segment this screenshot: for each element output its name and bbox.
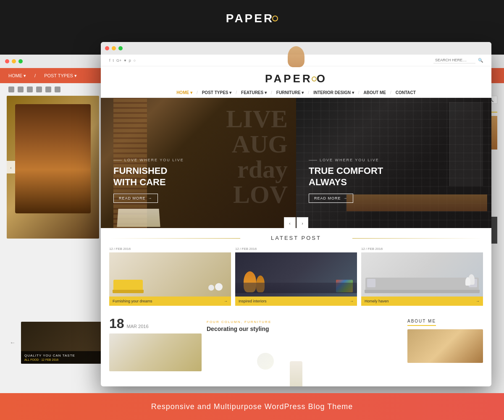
fg-post-card-3: 12 / FEB 2016 Homely haven → — [361, 247, 483, 306]
fg-slider-nav: ‹ › — [101, 217, 491, 228]
fg-nav-sep-4: / — [308, 90, 309, 95]
fg-slide-right-title: TRUE COMFORTALWAYS — [309, 165, 383, 188]
fg-post-card-3-img — [361, 252, 483, 297]
fg-post-card-3-arrow: → — [476, 299, 480, 303]
bg-minimize-dot[interactable] — [12, 59, 16, 63]
fg-post-card-2-date: 12 / FEB 2016 — [235, 247, 357, 251]
fg-slide-left-btn[interactable]: READ MORE → — [113, 194, 158, 203]
fg-post-card-3-date: 12 / FEB 2016 — [361, 247, 483, 251]
footer-tagline: Responsive and Multipurpose WordPress Bl… — [151, 402, 353, 411]
fg-nav-interior[interactable]: INTERIOR DESIGN ▾ — [312, 90, 356, 95]
logo-circle — [272, 16, 278, 21]
fg-logo-area: PAPERO — [101, 66, 491, 88]
top-brand-area: PAPER PAPERIO — [0, 12, 504, 25]
fg-search-icon[interactable]: 🔍 — [478, 58, 483, 63]
fg-post-cards: 12 / FEB 2016 Furnishing your dreams → — [109, 247, 483, 306]
fg-post-card-1-label[interactable]: Furnishing your dreams → — [109, 297, 231, 306]
fg-search-input[interactable] — [433, 57, 475, 63]
fg-article-title: Decorating our styling — [207, 326, 402, 332]
fg-slider-next[interactable]: › — [297, 217, 308, 228]
fg-nav-furniture[interactable]: FURNITURE ▾ — [275, 90, 306, 95]
fg-nav-about[interactable]: ABOUT ME — [362, 90, 388, 95]
fg-nav: HOME ▾ / POST TYPES ▾ / FEATURES ▾ / FUR… — [101, 88, 491, 98]
fg-slider: LIVEAUGrdayLOV LOVE WHERE YOU LIVE FURNI… — [101, 98, 491, 228]
fg-minimize-button[interactable] — [112, 46, 116, 50]
fg-logo: PAPERO — [265, 72, 327, 85]
fg-article-right: FOUR COLUMN, FURNITURE Decorating our st… — [207, 317, 402, 371]
fg-social-icons: f t G+ ♥ p ○ — [109, 58, 136, 63]
fg-post-card-1-img — [109, 252, 231, 297]
bg-social-f[interactable] — [8, 87, 14, 92]
bg-nav-post-types[interactable]: POST TYPES ▾ — [44, 73, 77, 79]
bg-nav-separator: / — [34, 73, 36, 78]
top-brand-logo: PAPER PAPERIO — [226, 12, 278, 25]
fg-slide-left-tag: LOVE WHERE YOU LIVE — [113, 158, 184, 162]
fg-nav-contact[interactable]: CONTACT — [394, 90, 417, 95]
fg-article-image — [109, 333, 202, 371]
fg-post-card-2-label[interactable]: Inspired interiors → — [235, 297, 357, 306]
fg-post-card-1-date: 12 / FEB 2016 — [109, 247, 231, 251]
fg-slide-left-content: LOVE WHERE YOU LIVE FURNISHEDWITH CARE R… — [113, 158, 184, 203]
bg-main-food-image: ‹ — [7, 96, 99, 239]
fg-post-card-3-label[interactable]: Homely haven → — [361, 297, 483, 306]
fg-post-card-1-arrow: → — [224, 299, 228, 303]
fg-article-date-month: MAR 2016 — [127, 324, 149, 329]
bg-social-i[interactable] — [55, 87, 60, 92]
bg-social-p[interactable] — [45, 87, 51, 92]
fg-post-card-2: 12 / FEB 2016 Inspired interiors → — [235, 247, 357, 306]
bg-expand-dot[interactable] — [18, 59, 23, 63]
fg-slide-right-tag: LOVE WHERE YOU LIVE — [309, 158, 383, 162]
fg-slider-prev[interactable]: ‹ — [284, 217, 296, 228]
fg-article-left: 18 MAR 2016 — [109, 317, 202, 371]
fg-expand-button[interactable] — [118, 46, 123, 50]
bg-nav-home[interactable]: HOME ▾ — [8, 73, 26, 79]
fg-social-t[interactable]: t — [113, 58, 114, 63]
fg-slide-left-title: FURNISHEDWITH CARE — [113, 165, 184, 188]
fg-about-me-section: ABOUT ME — [407, 317, 483, 371]
fg-article-category: FOUR COLUMN, FURNITURE — [207, 320, 402, 324]
bg-social-t[interactable] — [18, 87, 24, 92]
fg-about-me-title: ABOUT ME — [407, 319, 436, 326]
fg-social-p[interactable]: p — [129, 58, 131, 63]
fg-article-date-day: 18 — [109, 317, 124, 330]
fg-nav-sep-2: / — [236, 90, 237, 95]
fg-social-g[interactable]: G+ — [116, 58, 121, 63]
fg-latest-section: LATEST POST 12 / FEB 2016 Furnishing you… — [101, 228, 491, 312]
fg-post-card-1: 12 / FEB 2016 Furnishing your dreams → — [109, 247, 231, 306]
bg-close-dot[interactable] — [5, 59, 9, 63]
fg-social-h[interactable]: ♥ — [124, 58, 126, 63]
fg-logo-circle — [312, 76, 317, 81]
fg-latest-title: LATEST POST — [109, 235, 483, 241]
fg-nav-sep-6: / — [390, 90, 391, 95]
bg-arrow-left[interactable]: ← — [8, 322, 17, 364]
fg-nav-home[interactable]: HOME ▾ — [175, 90, 194, 95]
fg-slide-right: LOVE WHERE YOU LIVE TRUE COMFORTALWAYS R… — [296, 98, 491, 228]
fg-nav-post-types[interactable]: POST TYPES ▾ — [200, 90, 234, 95]
fg-close-button[interactable] — [105, 46, 109, 50]
fg-search-area: 🔍 — [433, 57, 483, 63]
fg-social-f[interactable]: f — [109, 58, 110, 63]
fg-post-card-2-img — [235, 252, 357, 297]
fg-slide-right-btn[interactable]: READ MORE → — [309, 194, 353, 203]
fg-about-me-image — [407, 329, 483, 363]
fg-post-card-2-arrow: → — [350, 299, 354, 303]
footer-bar: Responsive and Multipurpose WordPress Bl… — [0, 393, 504, 420]
fg-slide-left: LIVEAUGrdayLOV LOVE WHERE YOU LIVE FURNI… — [101, 98, 296, 228]
fg-nav-sep-5: / — [358, 90, 360, 95]
fg-nav-sep-1: / — [197, 90, 198, 95]
fg-nav-features[interactable]: FEATURES ▾ — [239, 90, 268, 95]
fg-browser: f t G+ ♥ p ○ 🔍 PAPERO HOME ▾ / POST TYPE… — [101, 42, 491, 386]
fg-slide-right-content: LOVE WHERE YOU LIVE TRUE COMFORTALWAYS R… — [309, 158, 383, 203]
fg-social-i[interactable]: ○ — [134, 58, 136, 63]
bg-social-g[interactable] — [27, 87, 33, 92]
bg-social-h[interactable] — [36, 87, 42, 92]
fg-nav-sep-3: / — [271, 90, 272, 95]
fg-article-section: 18 MAR 2016 FOUR COLUMN, FURNITURE Decor… — [101, 312, 491, 371]
